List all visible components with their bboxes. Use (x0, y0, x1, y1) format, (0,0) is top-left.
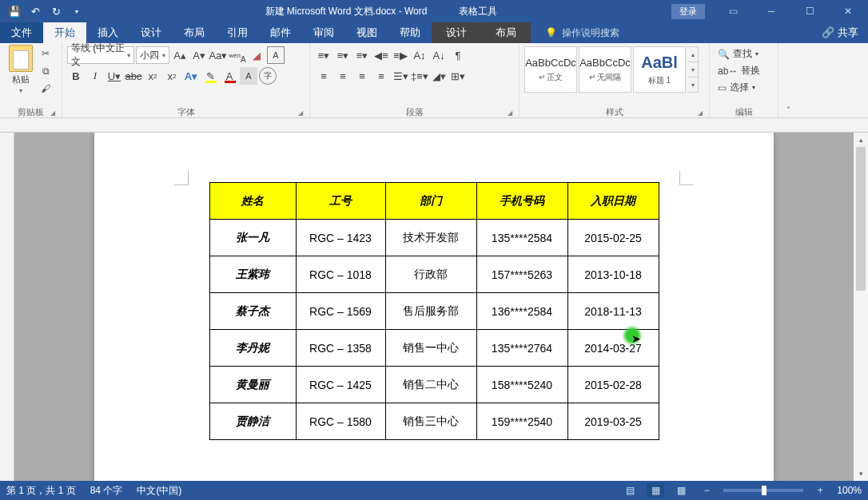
table-header[interactable]: 姓名 (209, 183, 296, 220)
dialog-launcher-icon[interactable]: ◢ (508, 109, 512, 117)
tab-file[interactable]: 文件 (0, 22, 43, 43)
table-cell[interactable]: 销售一中心 (385, 330, 476, 367)
cut-icon[interactable]: ✂ (38, 46, 53, 61)
borders-icon[interactable]: ⊞▾ (449, 67, 467, 85)
maximize-icon[interactable]: ☐ (791, 0, 828, 22)
table-cell[interactable]: 136****2584 (476, 293, 567, 330)
text-direction-icon[interactable]: A↕ (411, 46, 428, 64)
table-header[interactable]: 工号 (296, 183, 385, 220)
distribute-icon[interactable]: ☰▾ (392, 67, 409, 85)
table-row[interactable]: 蔡子杰RGC – 1569售后服务部136****25842018-11-13 (209, 293, 659, 330)
table-cell[interactable]: 159****2540 (476, 403, 567, 440)
show-marks-icon[interactable]: ¶ (449, 46, 467, 64)
grow-font-icon[interactable]: A▴ (171, 46, 189, 64)
sort-icon[interactable]: A↓ (430, 46, 448, 64)
dialog-launcher-icon[interactable]: ◢ (50, 109, 55, 117)
vertical-scrollbar[interactable]: ▴ ▾ (854, 133, 868, 481)
vertical-ruler[interactable] (0, 133, 14, 481)
zoom-slider[interactable] (723, 489, 803, 492)
style-no-spacing[interactable]: AaBbCcDc ↵ 无间隔 (579, 46, 631, 93)
table-cell[interactable]: 销售二中心 (385, 367, 476, 403)
table-cell[interactable]: RGC – 1358 (296, 330, 385, 367)
zoom-out-icon[interactable]: − (698, 483, 715, 498)
shading-icon[interactable]: ◢▾ (430, 67, 448, 85)
strike-button[interactable]: abc (125, 67, 142, 85)
table-cell[interactable]: 2018-11-13 (567, 293, 659, 330)
table-cell[interactable]: RGC – 1580 (296, 403, 385, 440)
replace-button[interactable]: ab↔替换 (715, 63, 763, 78)
tab-layout[interactable]: 布局 (173, 22, 216, 43)
tab-insert[interactable]: 插入 (86, 22, 129, 43)
font-color-icon[interactable]: A (221, 67, 238, 85)
chevron-down-icon[interactable]: ▾ (687, 62, 698, 77)
format-painter-icon[interactable]: 🖌 (38, 81, 53, 96)
multilevel-icon[interactable]: ≡▾ (353, 46, 371, 64)
decrease-indent-icon[interactable]: ◀≡ (372, 46, 390, 64)
italic-button[interactable]: I (86, 67, 104, 85)
bullets-icon[interactable]: ≡▾ (315, 46, 332, 64)
clear-format-icon[interactable]: ◢ (248, 46, 265, 64)
font-size-combo[interactable]: 小四▾ (136, 46, 169, 64)
table-cell[interactable]: 技术开发部 (385, 220, 476, 256)
table-cell[interactable]: 售后服务部 (385, 293, 476, 330)
align-center-icon[interactable]: ≡ (334, 67, 352, 85)
close-icon[interactable]: ✕ (830, 0, 866, 22)
paste-button[interactable]: 粘贴 ▾ (5, 45, 37, 94)
scroll-down-icon[interactable]: ▾ (854, 466, 868, 481)
table-cell[interactable]: RGC – 1569 (296, 293, 385, 330)
table-header[interactable]: 手机号码 (476, 183, 567, 220)
copy-icon[interactable]: ⧉ (38, 64, 53, 78)
read-mode-icon[interactable]: ▤ (621, 483, 639, 498)
page-indicator[interactable]: 第 1 页，共 1 页 (6, 484, 76, 498)
tab-home[interactable]: 开始 (43, 22, 86, 43)
web-layout-icon[interactable]: ▩ (672, 483, 690, 498)
underline-button[interactable]: U▾ (106, 67, 123, 85)
table-cell[interactable]: 贾静洁 (209, 403, 296, 440)
tab-references[interactable]: 引用 (216, 22, 259, 43)
table-cell[interactable]: 行政部 (385, 256, 476, 293)
dialog-launcher-icon[interactable]: ◢ (698, 109, 703, 117)
page[interactable]: 姓名工号部门手机号码入职日期张一凡RGC – 1423技术开发部135****2… (94, 133, 774, 481)
bold-button[interactable]: B (67, 67, 85, 85)
share-button[interactable]: 🔗 共享 (822, 26, 858, 40)
char-border-icon[interactable]: A (267, 46, 285, 64)
document-scroll[interactable]: 姓名工号部门手机号码入职日期张一凡RGC – 1423技术开发部135****2… (14, 133, 854, 481)
line-spacing-icon[interactable]: ‡≡▾ (411, 67, 428, 85)
highlight-color-icon[interactable]: ✎ (201, 67, 219, 85)
table-cell[interactable]: 135****2584 (476, 220, 567, 256)
table-cell[interactable]: RGC – 1425 (296, 367, 385, 403)
table-cell[interactable]: RGC – 1018 (296, 256, 385, 293)
styles-gallery-arrows[interactable]: ▴ ▾ ▾ (687, 46, 699, 93)
table-cell[interactable]: 135****2764 (476, 330, 567, 367)
print-layout-icon[interactable]: ▦ (647, 483, 664, 498)
table-cell[interactable]: RGC – 1423 (296, 220, 385, 256)
change-case-icon[interactable]: Aa▾ (209, 46, 227, 64)
enclose-char-icon[interactable]: 字 (259, 67, 277, 85)
table-cell[interactable]: 2015-02-25 (567, 220, 659, 256)
language-indicator[interactable]: 中文(中国) (137, 484, 181, 498)
style-heading1[interactable]: AaBl 标题 1 (633, 46, 686, 93)
table-row[interactable]: 张一凡RGC – 1423技术开发部135****25842015-02-25 (209, 220, 659, 256)
tab-review[interactable]: 审阅 (302, 22, 345, 43)
table-cell[interactable]: 黄曼丽 (209, 367, 296, 403)
numbering-icon[interactable]: ≡▾ (334, 46, 352, 64)
redo-icon[interactable]: ↻ (50, 5, 62, 18)
ribbon-display-icon[interactable]: ▭ (715, 0, 751, 22)
tab-design[interactable]: 设计 (129, 22, 173, 43)
font-name-combo[interactable]: 等线 (中文正文▾ (67, 46, 134, 64)
styles-expand-icon[interactable]: ▾ (687, 77, 698, 92)
tab-table-design[interactable]: 设计 (432, 22, 481, 43)
style-normal[interactable]: AaBbCcDc ↵ 正文 (524, 46, 577, 93)
table-cell[interactable]: 销售三中心 (385, 403, 476, 440)
table-row[interactable]: 李丹妮RGC – 1358销售一中心135****27642014-03-27 (209, 330, 659, 367)
superscript-button[interactable]: x2 (163, 67, 181, 85)
login-button[interactable]: 登录 (671, 4, 705, 19)
zoom-level[interactable]: 100% (837, 485, 862, 496)
dialog-launcher-icon[interactable]: ◢ (298, 109, 303, 117)
scroll-thumb[interactable] (856, 147, 866, 291)
zoom-in-icon[interactable]: + (811, 483, 829, 498)
table-cell[interactable]: 158****5240 (476, 367, 567, 403)
table-row[interactable]: 黄曼丽RGC – 1425销售二中心158****52402015-02-28 (209, 367, 659, 403)
justify-icon[interactable]: ≡ (372, 67, 390, 85)
subscript-button[interactable]: x2 (144, 67, 161, 85)
